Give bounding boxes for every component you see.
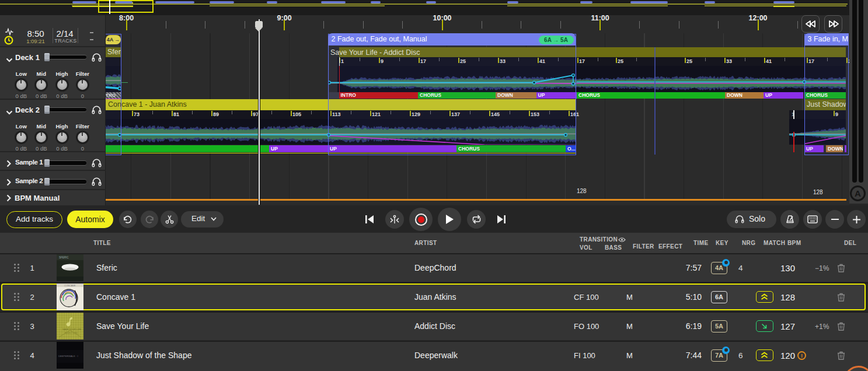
svg-text:CONCAVE: CONCAVE — [64, 284, 76, 287]
svg-text:SAVE YOUR LIFE: SAVE YOUR LIFE — [62, 328, 82, 331]
svg-text:DEEPERWALK · I: DEEPERWALK · I — [58, 355, 78, 358]
svg-text:SFERIC: SFERIC — [59, 256, 69, 259]
